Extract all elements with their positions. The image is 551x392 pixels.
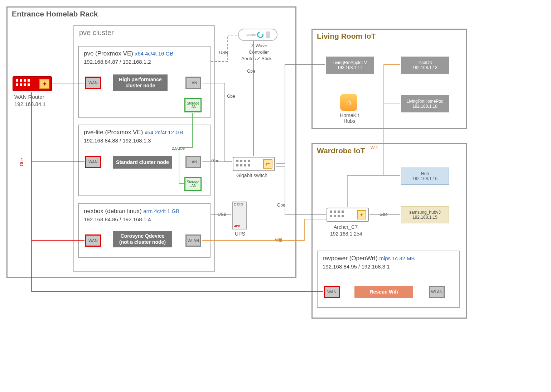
ups-icon: APC bbox=[232, 202, 247, 229]
living-title: Living Room IoT bbox=[317, 32, 376, 40]
zwave-l2: Controller bbox=[246, 49, 271, 55]
host-ravpower: ravpower (OpenWrt) mips 1c 32 MB 192.168… bbox=[317, 251, 460, 308]
rav-role: Rescue Wifi bbox=[354, 286, 413, 298]
nexbox-title: nexbox (debian linux) arm 4c/4t 1 GB bbox=[84, 208, 179, 215]
host-nexbox: nexbox (debian linux) arm 4c/4t 1 GB 192… bbox=[78, 203, 211, 258]
lbl-usb-ups: USB bbox=[218, 212, 227, 217]
rav-title: ravpower (OpenWrt) mips 1c 32 MB bbox=[323, 255, 415, 262]
pvelite-storage-port: Storage LAN bbox=[184, 177, 202, 191]
hue-name: Hue bbox=[421, 171, 429, 176]
archer-ip: 192.168.1.254 bbox=[330, 231, 362, 237]
pve-storage-port: Storage LAN bbox=[184, 98, 202, 112]
nexbox-wan-port: WAN bbox=[85, 234, 101, 247]
dev-samsung: samsung_hubv3192.168.1.15 bbox=[401, 206, 449, 223]
pve-role: High performance cluster node bbox=[113, 74, 168, 91]
zwave-l3: Aeotec Z-Stick bbox=[241, 56, 272, 61]
nexbox-spec: arm 4c/4t 1 GB bbox=[143, 208, 179, 214]
pve-lan-port: LAN bbox=[185, 77, 201, 89]
wan-router-ip: 192.168.84.1 bbox=[14, 101, 46, 107]
rav-ip: 192.168.84.95 / 192.168.3.1 bbox=[323, 263, 390, 270]
hue-ip: 192.168.1.16 bbox=[412, 176, 438, 181]
lbl-wifi-top: Wifi bbox=[371, 145, 378, 150]
dev-hue: Hue192.168.1.16 bbox=[401, 168, 449, 185]
appletv-name: LivingRmAppleTV bbox=[333, 60, 367, 65]
zwave-stick-icon: Aeotec bbox=[238, 29, 277, 41]
gigabit-switch-icon: ⇄ bbox=[233, 157, 275, 171]
homepod-ip: 192.168.1.18 bbox=[412, 104, 438, 109]
pvelite-title: pve-lite (Proxmox VE) x64 2c/4t 12 GB bbox=[84, 129, 183, 136]
pvelite-name: pve-lite (Proxmox VE) bbox=[84, 129, 143, 136]
nexbox-role: Corosync Qdevice (not a cluster node) bbox=[113, 231, 172, 247]
lbl-gbe-wan: Gbe bbox=[19, 158, 24, 166]
pvelite-role: Standard cluster node bbox=[113, 156, 172, 169]
wardrobe-title: Wardrobe IoT bbox=[317, 146, 365, 155]
dev-appletv: LivingRmAppleTV192.168.1.17 bbox=[326, 57, 374, 74]
zwave-l1: Z-Wave bbox=[248, 43, 270, 48]
pve-spec: x64 4c/4t 16 GB bbox=[135, 50, 174, 57]
switch-label: Gigabit switch bbox=[236, 173, 267, 178]
lbl-gbe-top: Gbe bbox=[247, 69, 255, 74]
homekit-label: HomeKit Hubs bbox=[339, 112, 360, 124]
pvelite-lan-port: LAN bbox=[185, 156, 201, 168]
rav-wan-port: WAN bbox=[324, 286, 340, 298]
archer-icon: ✦ bbox=[327, 208, 369, 222]
pvelite-spec: x64 2c/4t 12 GB bbox=[145, 129, 183, 135]
nexbox-wlan-port: WLAN bbox=[185, 234, 201, 247]
appletv-ip: 192.168.1.17 bbox=[337, 65, 362, 70]
host-pve-title: pve (Proxmox VE) x64 4c/4t 16 GB bbox=[84, 50, 173, 57]
pvelite-wan-port: WAN bbox=[85, 156, 101, 168]
lbl-gbe-archer: Gbe bbox=[380, 212, 388, 217]
pve-wan-port: WAN bbox=[85, 77, 101, 89]
dev-homepod: LivingRmHomePod192.168.1.18 bbox=[401, 95, 449, 112]
wan-router-label: WAN Router bbox=[14, 94, 44, 100]
region-title: Entrance Homelab Rack bbox=[12, 10, 98, 18]
archer-name: Archer_C7 bbox=[334, 224, 358, 230]
pvelite-ip: 192.168.84.88 / 192.168.1.3 bbox=[84, 137, 151, 144]
homekit-icon: ⌂ bbox=[340, 94, 357, 111]
lbl-gbe-mid: Gbe bbox=[227, 94, 235, 99]
st-ip: 192.168.1.15 bbox=[412, 215, 438, 220]
rav-name: ravpower (OpenWrt) bbox=[323, 255, 378, 262]
lbl-gbe-sw2: Gbe bbox=[277, 203, 285, 208]
pve-ip: 192.168.84.87 / 192.168.1.2 bbox=[84, 59, 151, 65]
region-living: Living Room IoT bbox=[311, 29, 467, 129]
rav-spec: mips 1c 32 MB bbox=[379, 255, 415, 261]
homepod-name: LivingRmHomePod bbox=[406, 99, 443, 104]
lbl-25gbe: 2.5Gbe bbox=[172, 146, 185, 150]
ups-label: UPS bbox=[235, 231, 245, 237]
lbl-usb: USB bbox=[219, 50, 228, 55]
ipad-ip: 192.168.1.13 bbox=[412, 65, 438, 70]
pve-name: pve (Proxmox VE) bbox=[84, 50, 133, 57]
diagram-canvas: Entrance Homelab Rack ✦ WAN Router 192.1… bbox=[0, 0, 551, 392]
lbl-wifi-arc: Wifi bbox=[275, 238, 282, 243]
wan-router-icon: ✦ bbox=[13, 76, 52, 91]
lbl-gbe-sw: Gbe bbox=[211, 158, 219, 163]
nexbox-ip: 192.168.84.86 / 192.168.1.4 bbox=[84, 216, 151, 222]
rav-wlan-port: WLAN bbox=[429, 286, 445, 298]
cluster-title: pve cluster bbox=[79, 29, 114, 37]
nexbox-name: nexbox (debian linux) bbox=[84, 208, 142, 214]
ipad-name: iPadCN bbox=[417, 60, 432, 65]
st-name: samsung_hubv3 bbox=[409, 210, 441, 215]
dev-ipad: iPadCN192.168.1.13 bbox=[401, 57, 449, 74]
